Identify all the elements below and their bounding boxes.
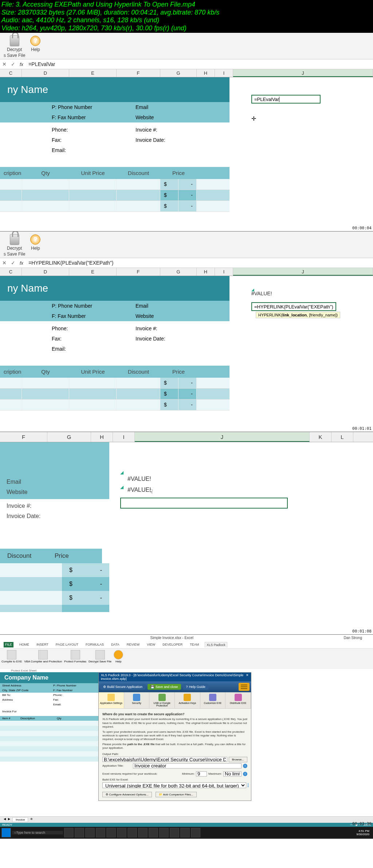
tab-usb-dongle[interactable]: USB or Dongle Protection — [149, 692, 175, 708]
tab-data[interactable]: DATA — [110, 642, 121, 647]
help-guide-button[interactable]: ?Help Guide — [183, 684, 208, 690]
tab-app-settings[interactable]: Application Settings — [99, 692, 124, 708]
min-version-input[interactable] — [196, 771, 207, 776]
table-row[interactable]: $- — [0, 201, 229, 212]
start-button[interactable] — [1, 828, 11, 837]
col-c[interactable]: C — [0, 268, 22, 276]
col-d[interactable]: D — [22, 268, 69, 276]
col-j[interactable]: J — [233, 69, 373, 77]
tab-review[interactable]: REVIEW — [125, 642, 141, 647]
info-icon[interactable]: i — [243, 772, 247, 776]
col-e[interactable]: E — [69, 268, 117, 276]
col-e[interactable]: E — [69, 69, 117, 77]
prev-sheet-icon[interactable]: ◀ — [4, 817, 6, 822]
add-companion-button[interactable]: 📁 Add Companion Files... — [156, 792, 197, 797]
col-f[interactable]: F — [117, 69, 160, 77]
col-i[interactable]: I — [215, 69, 233, 77]
table-row[interactable] — [0, 731, 98, 736]
active-cell-editor[interactable]: =PLEvalVar — [251, 95, 321, 104]
cancel-formula-icon[interactable]: ✕ — [0, 258, 9, 267]
tab-developer[interactable]: DEVELOPER — [161, 642, 184, 647]
col-i[interactable]: I — [113, 432, 135, 442]
table-row[interactable]: $- — [0, 389, 229, 400]
taskbar-app[interactable] — [96, 828, 105, 837]
browse-button[interactable]: Browse... — [229, 757, 247, 762]
sheet-tab-invoice[interactable]: Invoice — [12, 817, 28, 822]
col-j[interactable]: J — [233, 268, 373, 276]
table-row[interactable] — [0, 605, 373, 612]
help-button[interactable]: ? Help — [30, 35, 41, 52]
advanced-options-button[interactable]: ⚙ Configure Advanced Options... — [102, 792, 152, 797]
taskbar-app[interactable] — [85, 828, 95, 837]
decrypt-save-button[interactable]: Decrypt Save File — [89, 650, 111, 663]
next-sheet-icon[interactable]: ▶ — [8, 817, 10, 822]
help-button[interactable]: Help — [114, 650, 123, 663]
col-k[interactable]: K — [310, 432, 331, 442]
tab-xls-padlock[interactable]: XLS Padlock — [205, 642, 227, 647]
col-j[interactable]: J — [135, 432, 310, 442]
col-l[interactable]: L — [331, 432, 353, 442]
taskbar-app[interactable] — [117, 828, 126, 837]
info-icon[interactable]: i — [243, 764, 247, 768]
table-row[interactable] — [0, 751, 98, 756]
taskbar-app[interactable] — [127, 828, 137, 837]
cancel-formula-icon[interactable]: ✕ — [0, 60, 9, 69]
table-row[interactable]: $- — [0, 179, 229, 190]
compile-exe-button[interactable]: Compile to EXE — [1, 650, 22, 663]
taskbar-app[interactable] — [75, 828, 84, 837]
taskbar-app[interactable] — [138, 828, 148, 837]
taskbar-app[interactable] — [191, 828, 200, 837]
fx-button[interactable]: fx — [17, 260, 25, 266]
table-row[interactable]: $- — [0, 563, 373, 577]
menu-button[interactable] — [239, 683, 250, 691]
table-row[interactable] — [0, 726, 98, 731]
tab-file[interactable]: FILE — [4, 642, 13, 647]
output-path-input[interactable] — [102, 757, 227, 762]
tab-customize[interactable]: Customize EXE — [200, 692, 226, 708]
formula-input[interactable]: =PLEvalVar — [25, 61, 373, 67]
active-cell-editor[interactable] — [120, 498, 288, 509]
tab-team[interactable]: TEAM — [188, 642, 200, 647]
taskbar-app[interactable] — [170, 828, 179, 837]
value-error-cell[interactable]: #VALUE! — [251, 291, 373, 296]
close-icon[interactable]: ✕ — [246, 673, 249, 681]
table-row[interactable]: $- — [0, 190, 229, 201]
app-title-input[interactable] — [133, 763, 242, 768]
table-row[interactable]: $- — [0, 577, 373, 591]
decrypt-save-button[interactable]: Decrypt s Save File — [4, 35, 25, 58]
col-d[interactable]: D — [22, 69, 69, 77]
tab-home[interactable]: HOME — [18, 642, 31, 647]
col-f[interactable]: F — [117, 268, 160, 276]
table-row[interactable] — [0, 736, 98, 741]
tab-view[interactable]: VIEW — [145, 642, 157, 647]
task-view-icon[interactable] — [64, 828, 74, 837]
table-row[interactable] — [0, 721, 98, 726]
active-cell-editor[interactable]: =HYPERLINK(PLEvalVar("EXEPath") — [251, 302, 336, 311]
tab-security[interactable]: Security — [124, 692, 150, 708]
help-button[interactable]: ? Help — [30, 234, 41, 251]
accept-formula-icon[interactable]: ✓ — [9, 60, 17, 69]
fx-button[interactable]: fx — [17, 62, 25, 67]
table-row[interactable] — [0, 756, 98, 762]
add-sheet-icon[interactable]: ⊕ — [30, 817, 33, 822]
vba-compiler-button[interactable]: VBA Compiler and Protection — [24, 650, 62, 663]
col-i[interactable]: I — [215, 268, 233, 276]
accept-formula-icon[interactable]: ✓ — [9, 258, 17, 267]
info-icon[interactable]: i — [248, 783, 248, 787]
table-row[interactable] — [0, 746, 98, 751]
col-g[interactable]: G — [47, 432, 91, 442]
value-error-2[interactable]: #VALUE! — [127, 487, 362, 493]
decrypt-save-button[interactable]: Decrypt s Save File — [4, 234, 25, 256]
col-h[interactable]: H — [197, 69, 215, 77]
tab-distribute[interactable]: Distribute EXE — [225, 692, 251, 708]
col-c[interactable]: C — [0, 69, 22, 77]
protect-formulas-button[interactable]: Protect Formulas — [64, 650, 86, 663]
table-row[interactable]: $- — [0, 591, 373, 605]
tab-pagelayout[interactable]: PAGE LAYOUT — [54, 642, 80, 647]
table-row[interactable]: $- — [0, 400, 229, 410]
taskbar-app[interactable] — [180, 828, 190, 837]
table-row[interactable] — [0, 741, 98, 746]
max-version-input[interactable] — [223, 771, 242, 776]
col-g[interactable]: G — [160, 268, 197, 276]
col-h[interactable]: H — [91, 432, 113, 442]
